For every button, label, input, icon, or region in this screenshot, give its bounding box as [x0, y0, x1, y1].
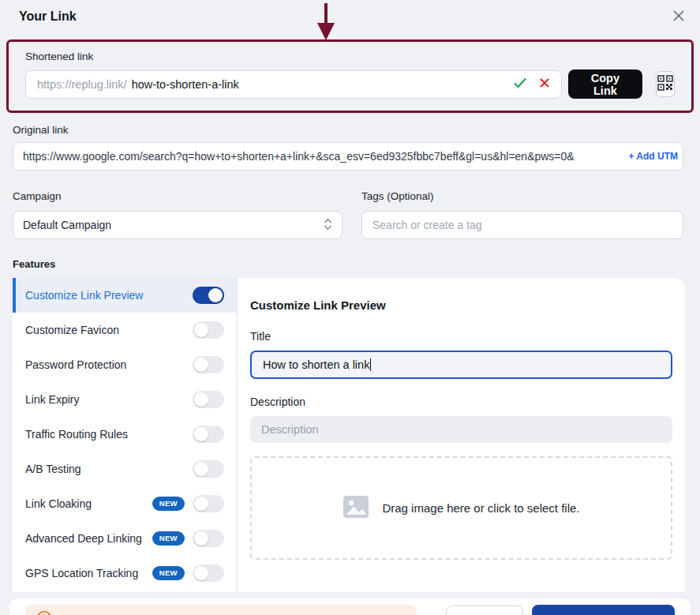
- campaign-label: Campaign: [13, 190, 343, 202]
- shortened-link-domain-prefix: https://replug.link/: [37, 78, 127, 91]
- new-badge: NEW: [152, 531, 185, 546]
- unsaved-changes-banner: You have unsaved changes. Don't forget t…: [25, 605, 417, 615]
- traffic-routing-rules-toggle[interactable]: [193, 426, 224, 443]
- image-placeholder-icon: [343, 495, 369, 522]
- shortened-link-label: Shortened link: [25, 51, 675, 62]
- tags-input[interactable]: [361, 211, 683, 239]
- title-label: Title: [250, 330, 672, 343]
- modal-footer: You have unsaved changes. Don't forget t…: [9, 598, 691, 615]
- slug-clear-button[interactable]: [539, 77, 550, 91]
- qr-code-icon: [657, 75, 673, 93]
- add-utm-link[interactable]: + Add UTM: [627, 151, 678, 162]
- new-badge: NEW: [152, 497, 185, 511]
- feature-item-advanced-deep-linking[interactable]: Advanced Deep Linking NEW: [13, 521, 237, 556]
- description-label: Description: [250, 396, 672, 408]
- new-badge: NEW: [152, 566, 185, 580]
- customize-link-preview-toggle[interactable]: [193, 287, 224, 304]
- advanced-deep-linking-toggle[interactable]: [193, 530, 224, 547]
- feature-item-ab-testing[interactable]: A/B Testing: [13, 452, 237, 486]
- qr-code-button[interactable]: [656, 71, 675, 97]
- warning-icon: [36, 610, 52, 615]
- ab-testing-toggle[interactable]: [193, 460, 224, 478]
- original-link-input[interactable]: https://www.google.com/search?q=how+to+s…: [13, 142, 683, 171]
- customize-favicon-toggle[interactable]: [193, 321, 224, 339]
- close-icon: [672, 9, 685, 24]
- modal-title: Your Link: [19, 9, 681, 24]
- feature-item-customize-favicon[interactable]: Customize Favicon: [13, 313, 237, 347]
- feature-item-gps-location-tracking[interactable]: GPS Location Tracking NEW: [13, 556, 237, 591]
- dropzone-text: Drag image here or click to select file.: [382, 501, 579, 515]
- feature-item-link-cloaking[interactable]: Link Cloaking NEW: [13, 486, 237, 521]
- annotation-arrow-icon: [315, 3, 337, 41]
- feature-item-link-expiry[interactable]: Link Expiry: [13, 382, 237, 417]
- customize-link-preview-panel: Customize Link Preview Title How to shor…: [237, 278, 685, 592]
- feature-item-traffic-routing-rules[interactable]: Traffic Routing Rules: [13, 417, 237, 452]
- modal-header: Your Link: [0, 0, 700, 35]
- slug-valid-button[interactable]: [513, 77, 527, 92]
- features-sidebar: Customize Link Preview Customize Favicon…: [13, 278, 237, 592]
- cancel-button[interactable]: Cancel: [446, 606, 523, 615]
- select-chevrons-icon: [324, 218, 332, 233]
- gps-location-tracking-toggle[interactable]: [193, 564, 224, 582]
- campaign-select[interactable]: Default Campaign: [13, 211, 343, 239]
- description-input[interactable]: [250, 416, 672, 443]
- shortened-link-input[interactable]: https://replug.link/ how-to-shorten-a-li…: [25, 70, 562, 99]
- text-caret: [370, 358, 371, 371]
- check-icon: [513, 77, 527, 92]
- features-section-label: Features: [13, 258, 683, 270]
- image-dropzone[interactable]: Drag image here or click to select file.: [250, 456, 672, 560]
- x-icon: [539, 77, 550, 91]
- password-protection-toggle[interactable]: [193, 356, 224, 373]
- close-button[interactable]: [668, 6, 689, 27]
- original-link-value: https://www.google.com/search?q=how+to+s…: [23, 150, 673, 163]
- save-shortened-link-button[interactable]: Save Shortened Link: [532, 605, 675, 615]
- link-cloaking-toggle[interactable]: [193, 495, 224, 512]
- tags-label: Tags (Optional): [361, 190, 683, 202]
- feature-item-password-protection[interactable]: Password Protection: [13, 347, 237, 382]
- shortened-link-highlight-box: Shortened link https://replug.link/ how-…: [6, 39, 694, 113]
- title-input[interactable]: How to shorten a link: [250, 351, 672, 379]
- features-section: Customize Link Preview Customize Favicon…: [13, 278, 685, 592]
- campaign-selected-value: Default Campaign: [23, 219, 111, 231]
- shortened-link-slug: how-to-shorten-a-link: [132, 78, 239, 91]
- feature-item-customize-link-preview[interactable]: Customize Link Preview: [13, 278, 237, 313]
- your-link-modal: Your Link Shortened link https://replug.…: [0, 0, 700, 615]
- original-link-label: Original link: [13, 124, 683, 136]
- title-value: How to shorten a link: [263, 358, 369, 371]
- panel-heading: Customize Link Preview: [250, 298, 672, 312]
- copy-link-button[interactable]: Copy Link: [568, 69, 642, 99]
- link-expiry-toggle[interactable]: [193, 391, 224, 408]
